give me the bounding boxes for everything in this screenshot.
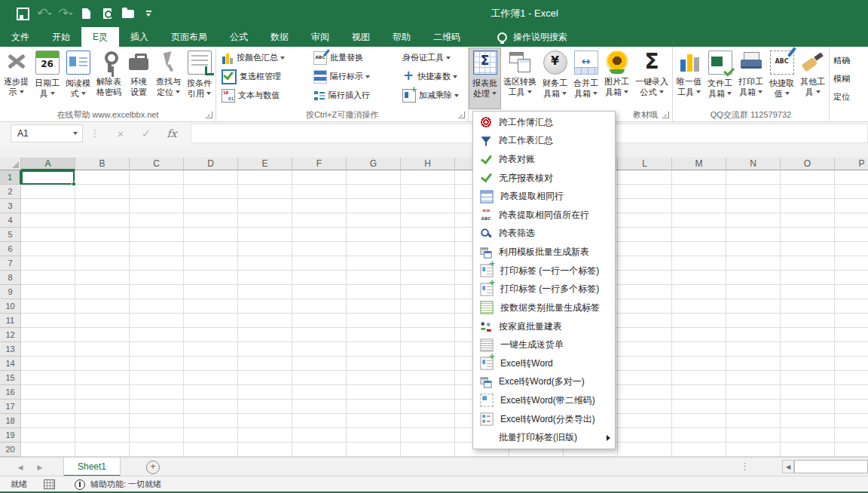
cell-H1[interactable] <box>401 170 455 185</box>
cell-M20[interactable] <box>672 442 726 457</box>
column-header-E[interactable]: E <box>238 158 292 170</box>
cell-E14[interactable] <box>238 357 292 371</box>
menu-item-category-labels[interactable]: 按数据类别批量生成标签 <box>473 299 615 317</box>
cell-M17[interactable] <box>672 400 726 414</box>
cell-N7[interactable] <box>726 256 781 271</box>
cell-P19[interactable] <box>835 428 868 442</box>
cell-D4[interactable] <box>184 213 238 228</box>
cell-E4[interactable] <box>238 213 292 228</box>
cell-H20[interactable] <box>401 442 455 457</box>
cell-H7[interactable] <box>401 256 455 271</box>
cell-A12[interactable] <box>21 328 75 342</box>
cell-B10[interactable] <box>75 299 130 314</box>
cell-L5[interactable] <box>618 228 672 242</box>
cell-F20[interactable] <box>292 442 347 457</box>
cell-L1[interactable] <box>618 170 672 185</box>
cell-P3[interactable] <box>835 199 868 213</box>
cell-M16[interactable] <box>672 385 726 400</box>
menu-item-excel-to-word[interactable]: Excel转Word <box>473 354 615 373</box>
cell-C16[interactable] <box>130 385 184 400</box>
cell-H13[interactable] <box>401 342 455 357</box>
row-header-6[interactable]: 6 <box>0 242 21 256</box>
cell-M18[interactable] <box>672 414 726 428</box>
cell-P7[interactable] <box>835 256 868 271</box>
dialog-launcher-icon[interactable] <box>458 112 465 118</box>
tab-formulas[interactable]: 公式 <box>219 27 259 47</box>
cell-G19[interactable] <box>347 428 401 442</box>
ribbon-button-selection-convert[interactable]: 选区转换工具 <box>500 48 539 109</box>
row-header-3[interactable]: 3 <box>0 199 21 213</box>
cell-E11[interactable] <box>238 314 292 328</box>
cell-P9[interactable] <box>835 285 868 299</box>
cell-E17[interactable] <box>238 400 292 414</box>
cell-B13[interactable] <box>75 342 130 357</box>
cell-A9[interactable] <box>21 285 75 299</box>
row-header-11[interactable]: 11 <box>0 314 21 328</box>
cell-O17[interactable] <box>781 400 835 414</box>
cell-B17[interactable] <box>75 400 130 414</box>
cell-P11[interactable] <box>835 314 868 328</box>
name-box-dropdown-icon[interactable] <box>73 132 78 135</box>
cell-B3[interactable] <box>75 199 130 213</box>
ribbon-button-reading-mode[interactable]: 阅读模式 <box>63 48 93 109</box>
cell-E5[interactable] <box>238 228 292 242</box>
cell-L3[interactable] <box>618 199 672 213</box>
cell-A2[interactable] <box>21 185 75 199</box>
cell-B7[interactable] <box>75 256 130 271</box>
cell-G15[interactable] <box>347 371 401 385</box>
sheet-nav-left-icon[interactable]: ◀ <box>11 458 30 476</box>
cell-A7[interactable] <box>21 256 75 271</box>
cell-H9[interactable] <box>401 285 455 299</box>
ribbon-button-date-tools[interactable]: 日期工具 <box>32 48 63 109</box>
cell-E10[interactable] <box>238 299 292 314</box>
cell-E7[interactable] <box>238 256 292 271</box>
cell-O1[interactable] <box>781 170 835 185</box>
cell-P17[interactable] <box>835 400 868 414</box>
cell-E9[interactable] <box>238 285 292 299</box>
ribbon-button-fuzzy[interactable]: 模糊 <box>833 69 850 87</box>
cell-B20[interactable] <box>75 442 130 457</box>
cell-F10[interactable] <box>292 299 347 314</box>
ribbon-button-text-and-value[interactable]: 文本与数值 <box>217 89 309 103</box>
cell-M4[interactable] <box>672 213 726 228</box>
cell-N20[interactable] <box>726 442 781 457</box>
column-header-L[interactable]: L <box>618 158 672 170</box>
menu-item-print-label-multi[interactable]: 打印标签 (一行多个标签) <box>473 280 615 299</box>
cell-F18[interactable] <box>292 414 347 428</box>
cell-N9[interactable] <box>726 285 781 299</box>
ribbon-button-one-key-formula[interactable]: 一键录入公式 <box>632 48 671 109</box>
cell-D8[interactable] <box>184 271 238 285</box>
cell-F14[interactable] <box>292 357 347 371</box>
cell-A8[interactable] <box>21 271 75 285</box>
cell-H8[interactable] <box>401 271 455 285</box>
cell-H11[interactable] <box>401 314 455 328</box>
fill-handle[interactable] <box>72 182 76 186</box>
cell-M19[interactable] <box>672 428 726 442</box>
cell-B15[interactable] <box>75 371 130 385</box>
cell-C14[interactable] <box>130 357 184 371</box>
row-header-20[interactable]: 20 <box>0 442 21 457</box>
cell-H19[interactable] <box>401 428 455 442</box>
ribbon-button-sum-by-color[interactable]: 按颜色汇总 <box>217 52 309 64</box>
cell-B2[interactable] <box>75 185 130 199</box>
cell-F17[interactable] <box>292 400 347 414</box>
cell-O11[interactable] <box>781 314 835 328</box>
qat-new-file[interactable] <box>75 5 96 23</box>
cell-L12[interactable] <box>618 328 672 342</box>
row-header-15[interactable]: 15 <box>0 371 21 385</box>
cell-C11[interactable] <box>130 314 184 328</box>
tab-view[interactable]: 视图 <box>341 27 381 47</box>
cell-F4[interactable] <box>292 213 347 228</box>
dialog-launcher-icon[interactable] <box>206 112 212 118</box>
cell-H18[interactable] <box>401 414 455 428</box>
cell-F5[interactable] <box>292 228 347 242</box>
cell-D9[interactable] <box>184 285 238 299</box>
cell-B19[interactable] <box>75 428 130 442</box>
menu-item-cross-check[interactable]: 跨表对账 <box>473 150 615 169</box>
cell-O4[interactable] <box>781 213 835 228</box>
cell-G18[interactable] <box>347 414 401 428</box>
cell-E16[interactable] <box>238 385 292 400</box>
cell-L9[interactable] <box>618 285 672 299</box>
ribbon-button-file-toolbox[interactable]: 文件工具箱 <box>704 48 735 109</box>
cell-P8[interactable] <box>835 271 868 285</box>
